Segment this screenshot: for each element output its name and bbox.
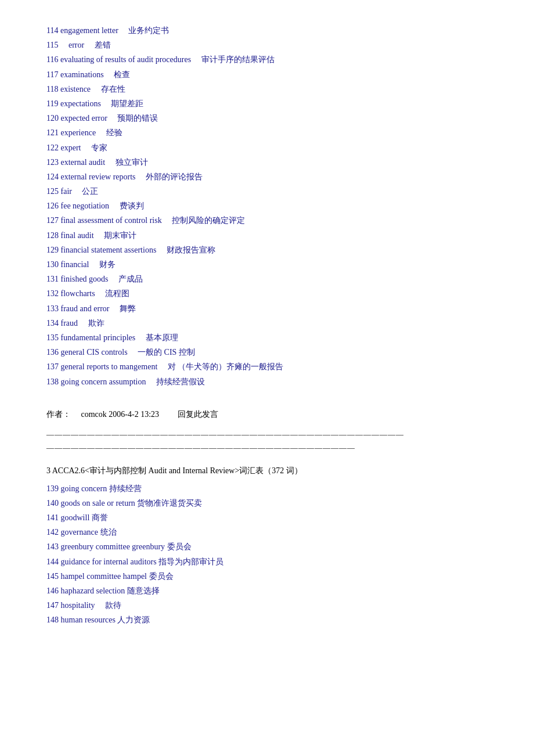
list-item: 135 fundamental principles 基本原理: [46, 330, 488, 345]
list-item: 132 flowcharts 流程图: [46, 286, 488, 301]
list-item: 131 finished goods 产成品: [46, 272, 488, 286]
list-item: 119 expectations 期望差距: [46, 96, 488, 111]
list-item: 126 fee negotiation 费谈判: [46, 199, 488, 213]
entries-part2: 3 ACCA2.6<审计与内部控制 Audit and Internal Rev…: [46, 463, 488, 628]
list-item: 114 engagement letter 业务约定书: [46, 23, 488, 38]
list-item: 140 goods on sale or return 货物准许退货买卖: [46, 496, 488, 510]
list-item: 117 examinations 检查: [46, 67, 488, 82]
list-item: 134 fraud 欺诈: [46, 316, 488, 330]
list-item: 127 final assessment of control risk 控制风…: [46, 213, 488, 228]
list-item: 125 fair 公正: [46, 184, 488, 199]
author-section: 作者： comcok 2006-4-2 13:23 回复此发言: [46, 406, 488, 423]
list-item: 143 greenbury committee greenbury 委员会: [46, 539, 488, 554]
list-item: 123 external audit 独立审计: [46, 155, 488, 170]
list-item: 124 external review reports 外部的评论报告: [46, 170, 488, 184]
list-item: 136 general CIS controls 一般的 CIS 控制: [46, 345, 488, 359]
list-item: 141 goodwill 商誉: [46, 510, 488, 525]
list-item: 148 human resources 人力资源: [46, 613, 488, 627]
list-item: 115 error 差错: [46, 38, 488, 52]
dividers-section: ————————————————————————————————————————…: [46, 429, 488, 453]
entries-part1: 114 engagement letter 业务约定书115 error 差错1…: [46, 23, 488, 389]
list-item: 129 financial statement assertions 财政报告宣…: [46, 243, 488, 257]
list-item: 120 expected error 预期的错误: [46, 111, 488, 125]
list-item: 137 general reports to mangement 对 （牛犬等的…: [46, 359, 488, 374]
list-item: 142 governance 统治: [46, 525, 488, 539]
section3-header: 3 ACCA2.6<审计与内部控制 Audit and Internal Rev…: [46, 463, 488, 479]
author-line: 作者： comcok 2006-4-2 13:23 回复此发言: [46, 406, 488, 423]
list-item: 145 hampel committee hampel 委员会: [46, 569, 488, 584]
list-item: 139 going concern 持续经营: [46, 481, 488, 496]
list-item: 138 going concern assumption 持续经营假设: [46, 375, 488, 389]
list-item: 146 haphazard selection 随意选择: [46, 584, 488, 598]
list-item: 128 final audit 期末审计: [46, 228, 488, 243]
list-item: 116 evaluating of results of audit proce…: [46, 52, 488, 67]
divider-line: ——————————————————————————————————————: [46, 442, 488, 453]
divider-line: ————————————————————————————————————————…: [46, 429, 488, 440]
list-item: 133 fraud and error 舞弊: [46, 301, 488, 316]
list-item: 130 financial 财务: [46, 257, 488, 272]
list-item: 122 expert 专家: [46, 141, 488, 155]
list-item: 121 experience 经验: [46, 125, 488, 140]
list-item: 144 guidance for internal auditors 指导为内部…: [46, 555, 488, 569]
list-item: 147 hospitality 款待: [46, 598, 488, 613]
list-item: 118 existence 存在性: [46, 82, 488, 96]
